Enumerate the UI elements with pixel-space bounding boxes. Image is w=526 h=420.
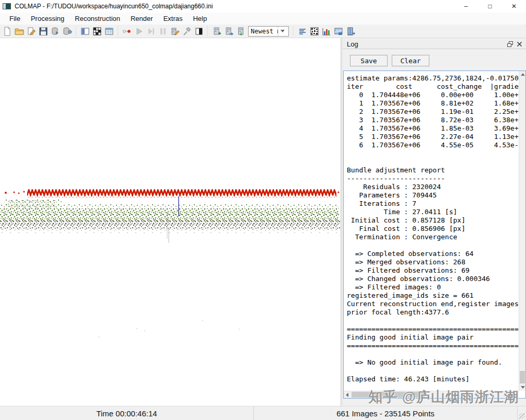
resize-grip-icon[interactable] [519, 413, 525, 419]
reconstruction-import-icon [236, 27, 246, 36]
log-dock: Log Save Clear estimate params:4286.75,2… [343, 38, 526, 406]
import-model-icon [51, 27, 60, 36]
grab-image-icon [334, 27, 343, 36]
menu-file[interactable]: File [4, 13, 26, 24]
open-folder-icon [15, 27, 24, 36]
scroll-down-icon[interactable] [519, 384, 526, 391]
import-model-button[interactable] [49, 25, 61, 37]
title-bar: COLMAP - F:/TUDOU/workspace/huayincun650… [0, 0, 526, 13]
bundle-adjustment-icon [170, 27, 180, 36]
edit-project-icon [27, 27, 36, 36]
save-log-button[interactable]: Save [350, 55, 388, 66]
menu-render[interactable]: Render [125, 13, 158, 24]
pause-icon [158, 27, 168, 36]
feature-extraction-button[interactable] [121, 25, 133, 37]
database-management-button[interactable] [103, 25, 115, 37]
status-grip-cell [518, 406, 526, 420]
bar-chart-icon [322, 27, 331, 36]
menu-reconstruction[interactable]: Reconstruction [69, 13, 125, 24]
model-viewport[interactable] [0, 38, 341, 406]
bundle-adjustment-button[interactable] [169, 25, 181, 37]
toolbar: Newest model [0, 25, 526, 38]
log-lines-icon [298, 27, 307, 36]
log-lines-button[interactable] [296, 25, 308, 37]
match-matrix-grid-icon [310, 27, 319, 36]
new-project-button[interactable] [1, 25, 13, 37]
grab-image-button[interactable] [332, 25, 344, 37]
reconstruction-export-icon [224, 27, 233, 36]
export-model-button[interactable] [61, 25, 73, 37]
export-model-icon [63, 27, 72, 36]
edit-project-button[interactable] [25, 25, 37, 37]
step-forward-icon [146, 27, 156, 36]
float-dock-button[interactable] [505, 40, 515, 49]
maximize-button[interactable]: □ [478, 0, 502, 13]
reconstruction-import-button[interactable] [235, 25, 247, 37]
toolbar-separator [292, 26, 295, 37]
menu-bar: File Processing Reconstruction Render Ex… [0, 13, 526, 25]
minimize-icon: – [464, 3, 468, 10]
grab-movie-button[interactable] [344, 25, 356, 37]
play-icon [134, 27, 144, 36]
close-dock-button[interactable] [515, 40, 524, 49]
pause-reconstruction-button[interactable] [157, 25, 169, 37]
toolbar-separator [75, 26, 77, 37]
minimize-button[interactable]: – [454, 0, 478, 13]
log-vertical-scrollbar[interactable] [519, 71, 525, 391]
close-icon: ✕ [511, 3, 517, 10]
reconstruction-add-button[interactable] [211, 25, 223, 37]
menu-extras[interactable]: Extras [158, 13, 188, 24]
menu-help[interactable]: Help [188, 13, 212, 24]
watermark: 知乎 @庐山烟雨浙江潮 [368, 388, 519, 406]
reconstruction-export-button[interactable] [223, 25, 235, 37]
save-icon [39, 27, 48, 36]
save-project-button[interactable] [37, 25, 49, 37]
colmap-window: COLMAP - F:/TUDOU/workspace/huayincun650… [0, 0, 526, 420]
chevron-down-icon [278, 27, 286, 36]
statistics-chart-button[interactable] [320, 25, 332, 37]
menu-processing[interactable]: Processing [26, 13, 69, 24]
status-model-stats: 661 Images - 235145 Points [254, 406, 518, 420]
model-selector-value: Newest model [249, 28, 278, 35]
image-viewer-button[interactable] [79, 25, 91, 37]
match-matrix-grid-button[interactable] [308, 25, 320, 37]
log-output-area: estimate params:4286.75,2736,1824,-0.017… [343, 71, 526, 399]
start-reconstruction-button[interactable] [133, 25, 145, 37]
float-icon [507, 41, 513, 47]
close-button[interactable]: ✕ [502, 0, 526, 13]
reconstruction-add-icon [212, 27, 221, 36]
open-project-button[interactable] [13, 25, 25, 37]
match-matrix-button[interactable] [91, 25, 103, 37]
toolbar-separator [206, 26, 209, 37]
step-reconstruction-button[interactable] [145, 25, 157, 37]
clear-log-button[interactable]: Clear [392, 55, 429, 66]
log-actions: Save Clear [343, 49, 526, 71]
window-title: COLMAP - F:/TUDOU/workspace/huayincun650… [15, 3, 454, 10]
match-matrix-icon [92, 27, 102, 36]
scroll-up-icon[interactable] [519, 71, 526, 78]
render-options-button[interactable] [193, 25, 205, 37]
contrast-icon [194, 27, 204, 36]
vertical-scroll-thumb[interactable] [520, 371, 525, 383]
dense-reconstruction-button[interactable] [181, 25, 193, 37]
maximize-icon: □ [488, 3, 492, 10]
status-bar: Time 00:00:46:14 661 Images - 235145 Poi… [0, 406, 526, 420]
status-time: Time 00:00:46:14 [0, 406, 254, 420]
log-dock-title: Log [347, 40, 505, 48]
hammer-icon [182, 27, 192, 36]
scroll-left-icon[interactable] [344, 391, 350, 398]
image-viewer-icon [80, 27, 90, 36]
database-table-icon [104, 27, 114, 36]
point-cloud-canvas [0, 38, 341, 406]
close-icon [517, 41, 522, 47]
feature-extraction-icon [122, 27, 132, 36]
log-text: estimate params:4286.75,2736,1824,-0.017… [344, 71, 519, 391]
toolbar-separator [116, 26, 119, 37]
new-project-icon [3, 27, 12, 36]
model-selector-dropdown[interactable]: Newest model [248, 26, 289, 37]
log-dock-titlebar: Log [343, 40, 526, 49]
grab-movie-icon [346, 27, 355, 36]
app-icon [3, 3, 11, 9]
